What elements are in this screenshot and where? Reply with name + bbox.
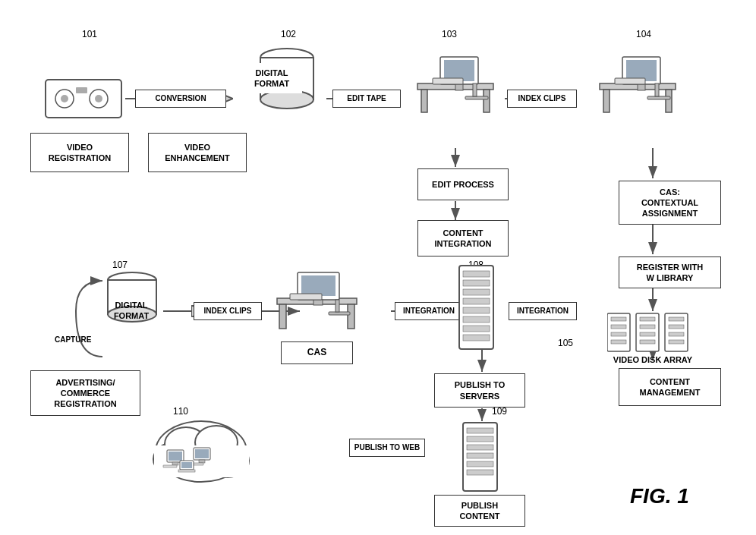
ref-109: 109 — [492, 406, 507, 417]
content-integration-box: CONTENT INTEGRATION — [417, 220, 509, 256]
svg-rect-101 — [163, 465, 177, 467]
edit-tape-label: EDIT TAPE — [332, 90, 401, 108]
edit-process-box: EDIT PROCESS — [417, 168, 509, 200]
svg-rect-39 — [603, 90, 610, 112]
video-enhancement-box: VIDEO ENHANCEMENT — [148, 133, 247, 172]
content-management-box: CONTENT MANAGEMENT — [619, 368, 721, 406]
index-clips-bottom-label: INDEX CLIPS — [194, 302, 262, 320]
svg-rect-43 — [638, 84, 645, 90]
svg-rect-58 — [669, 317, 684, 321]
publish-to-web-label: PUBLISH TO WEB — [349, 439, 425, 457]
svg-rect-79 — [463, 289, 490, 295]
publish-content-box: PUBLISH CONTENT — [434, 495, 525, 527]
ref-103: 103 — [442, 29, 457, 39]
svg-rect-80 — [463, 298, 490, 304]
diagram: 101 102 103 104 105 107 108 109 110 VIDE… — [0, 0, 756, 535]
svg-rect-81 — [463, 307, 490, 313]
svg-rect-36 — [465, 96, 488, 99]
svg-rect-59 — [669, 325, 684, 329]
svg-rect-89 — [467, 453, 493, 458]
svg-rect-107 — [181, 462, 192, 468]
svg-rect-87 — [467, 436, 493, 442]
ref-104: 104 — [636, 29, 651, 39]
svg-rect-91 — [467, 470, 493, 475]
svg-rect-88 — [467, 445, 493, 450]
svg-rect-45 — [647, 96, 670, 99]
svg-rect-46 — [655, 83, 659, 96]
ref-101: 101 — [82, 29, 97, 39]
cas-contextual-box: CAS: CONTEXTUAL ASSIGNMENT — [619, 181, 721, 225]
vcr-icon — [42, 72, 125, 125]
svg-rect-31 — [484, 90, 490, 112]
svg-rect-99 — [169, 452, 182, 461]
digital-format-label-top: DIGITAL FORMAT — [241, 63, 302, 93]
svg-rect-82 — [463, 316, 490, 323]
svg-rect-69 — [348, 304, 354, 329]
svg-rect-108 — [178, 470, 195, 472]
publish-servers-box: PUBLISH TO SERVERS — [434, 373, 525, 408]
svg-rect-86 — [467, 428, 493, 433]
svg-rect-34 — [455, 84, 463, 90]
svg-rect-40 — [666, 90, 672, 112]
svg-rect-37 — [473, 83, 477, 96]
svg-rect-23 — [76, 87, 87, 93]
svg-rect-60 — [669, 332, 684, 336]
svg-rect-75 — [335, 300, 339, 312]
workstation-104-icon — [596, 42, 679, 118]
svg-rect-35 — [433, 78, 463, 84]
svg-point-21 — [61, 95, 68, 102]
capture-label: CAPTURE — [55, 335, 91, 344]
svg-rect-30 — [421, 90, 427, 112]
svg-rect-54 — [640, 325, 655, 329]
svg-rect-90 — [467, 461, 493, 467]
conversion-label: CONVERSION — [135, 90, 226, 108]
svg-rect-83 — [463, 326, 490, 332]
svg-rect-103 — [195, 449, 209, 458]
svg-rect-72 — [313, 300, 323, 305]
svg-rect-44 — [615, 78, 645, 84]
fig-label: FIG. 1 — [630, 484, 689, 508]
svg-rect-49 — [611, 325, 626, 329]
video-disk-array-icon — [607, 310, 698, 355]
svg-rect-73 — [290, 294, 322, 300]
cas-bottom-box: CAS — [281, 341, 353, 364]
svg-rect-50 — [611, 332, 626, 336]
server-108-icon — [448, 262, 505, 360]
workstation-103-icon — [414, 42, 497, 118]
advertising-box: ADVERTISING/ COMMERCE REGISTRATION — [30, 370, 140, 416]
digital-format-bottom-label: DIGITAL FORMAT — [97, 300, 165, 322]
cas-workstation-icon — [273, 262, 361, 338]
svg-rect-100 — [172, 462, 178, 465]
svg-rect-68 — [279, 304, 286, 329]
svg-rect-53 — [640, 317, 655, 321]
video-registration-box: VIDEO REGISTRATION — [30, 133, 129, 172]
svg-point-22 — [95, 95, 102, 102]
svg-rect-84 — [463, 335, 490, 341]
cloud-network-icon — [140, 406, 262, 493]
ref-107: 107 — [112, 260, 128, 270]
svg-rect-48 — [611, 317, 626, 321]
svg-rect-71 — [301, 275, 335, 296]
svg-rect-61 — [669, 340, 684, 344]
svg-rect-55 — [640, 332, 655, 336]
svg-rect-51 — [611, 340, 626, 344]
ref-102: 102 — [281, 29, 296, 39]
register-w-library-box: REGISTER WITH W LIBRARY — [619, 256, 721, 288]
integration2-label: INTEGRATION — [509, 302, 577, 320]
svg-rect-77 — [463, 271, 490, 277]
server-109-icon — [452, 419, 509, 495]
index-clips-top-label: INDEX CLIPS — [507, 90, 577, 108]
svg-rect-78 — [463, 280, 490, 286]
svg-rect-74 — [329, 312, 350, 315]
ref-105: 105 — [558, 338, 573, 348]
svg-rect-56 — [640, 340, 655, 344]
video-disk-array-label: VIDEO DISK ARRAY — [607, 355, 698, 364]
svg-rect-104 — [199, 460, 205, 463]
